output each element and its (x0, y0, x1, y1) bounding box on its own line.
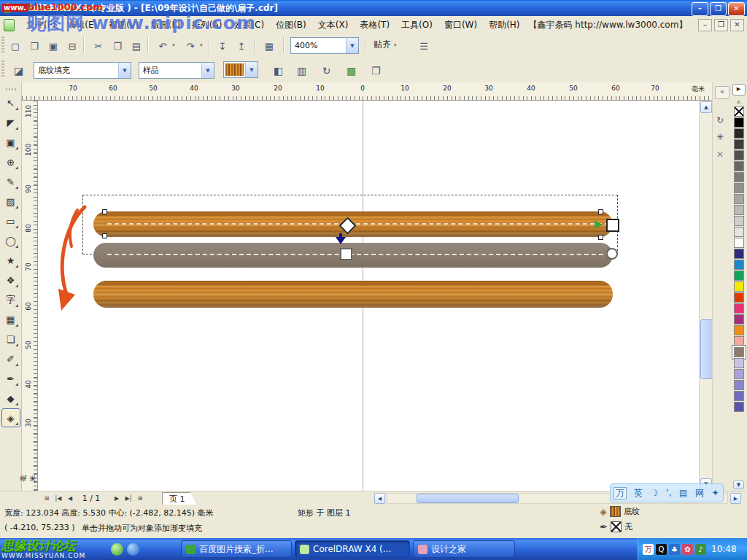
menu-table[interactable]: 表格(T) (354, 17, 395, 34)
rotate-fill-button[interactable]: ↻ (317, 61, 336, 80)
new-button[interactable]: ▢ (6, 36, 25, 55)
redo-button[interactable]: ↷ (181, 36, 200, 55)
export-button[interactable]: ↥ (232, 36, 251, 55)
selection-node[interactable] (598, 235, 603, 240)
tray-ime-icon[interactable]: 万 (643, 544, 654, 555)
fill-properties-icon[interactable]: ◪ (9, 61, 28, 80)
task-shejizhijia[interactable]: 设计之家 (413, 540, 515, 558)
palette-swatch[interactable] (734, 347, 744, 357)
rectangle-tool[interactable]: ▭ (1, 211, 20, 230)
palette-swatch[interactable] (734, 139, 744, 149)
palette-swatch[interactable] (734, 271, 744, 281)
effects-docker-icon[interactable]: ✳ (716, 132, 724, 142)
next-page-button[interactable]: ▶ (111, 493, 123, 504)
add-page-button-2[interactable]: ⊞ (134, 493, 146, 504)
paste-button[interactable]: ▤ (127, 36, 146, 55)
texture-library-combo[interactable]: 样品 ▼ (139, 62, 214, 79)
tray-blue-icon[interactable]: ♣ (669, 544, 680, 555)
tray-pink-icon[interactable]: ✿ (682, 544, 693, 555)
palette-swatch[interactable] (734, 128, 744, 139)
doc-close-button[interactable]: ✕ (730, 19, 744, 31)
texture-swatch-picker[interactable]: ▼ (223, 61, 258, 78)
outline-status-swatch[interactable] (611, 521, 622, 532)
fill-type-combo[interactable]: 底纹填充 ▼ (34, 62, 131, 79)
table-tool[interactable]: ▦ (1, 310, 20, 329)
fill-tiling-button[interactable]: ▥ (292, 61, 311, 80)
hscroll-left-button[interactable]: ◀ (374, 493, 385, 504)
menu-text[interactable]: 文本(X) (312, 17, 355, 34)
palette-swatch[interactable] (734, 380, 744, 390)
task-baidu[interactable]: 百度图片搜索_折... (181, 540, 292, 558)
palette-swatch[interactable] (734, 292, 744, 303)
palette-flyout-button[interactable]: ▶ (732, 84, 746, 96)
texture-library-combo-arrow-icon[interactable]: ▼ (201, 63, 214, 78)
pick-tool[interactable]: ↖ (1, 93, 20, 112)
horizontal-scroll-thumb[interactable] (417, 494, 519, 503)
snap-to-dropdown[interactable]: 贴齐▾ (374, 39, 397, 51)
fill-tool[interactable]: ◆ (1, 389, 20, 408)
print-button[interactable]: ⊟ (63, 36, 82, 55)
drawing-canvas[interactable] (38, 101, 699, 491)
doc-restore-button[interactable]: ❐ (714, 19, 728, 31)
fill-direction-arrow-icon[interactable] (595, 220, 603, 229)
tray-green-icon[interactable]: ♪ (695, 544, 706, 555)
vertical-scrollbar[interactable]: ▲ ▼ (699, 101, 712, 491)
palette-swatch[interactable] (734, 216, 744, 226)
palette-swatch[interactable] (734, 391, 744, 401)
texture-options-button[interactable]: ▩ (341, 61, 361, 80)
selection-node[interactable] (102, 209, 107, 214)
ime-web-icon[interactable]: 网 (694, 487, 705, 499)
palette-swatch[interactable] (734, 369, 744, 379)
fill-end-handle[interactable] (606, 219, 619, 232)
fan-slat-middle-selected[interactable] (93, 243, 613, 268)
selection-node[interactable] (598, 209, 603, 214)
vertical-ruler[interactable]: 11010090807060504030 毫米 (22, 101, 38, 491)
ellipse-tool[interactable]: ◯ (1, 231, 20, 250)
zoom-tool[interactable]: ⊕ (1, 152, 20, 171)
ime-width-icon[interactable]: ☽ (649, 488, 659, 498)
scroll-up-button[interactable]: ▲ (700, 101, 712, 113)
application-launcher-button[interactable]: ▦ (260, 36, 279, 55)
palette-swatch[interactable] (734, 303, 744, 314)
menu-window[interactable]: 窗口(W) (438, 17, 483, 34)
copy-fill-button[interactable]: ❐ (366, 61, 386, 80)
texture-swatch-arrow-icon[interactable]: ▼ (245, 62, 258, 77)
menu-bitmaps[interactable]: 位图(B) (270, 17, 312, 34)
palette-swatch[interactable] (734, 227, 744, 237)
docker-close-icon[interactable]: ✕ (716, 149, 724, 160)
selection-node[interactable] (102, 233, 107, 238)
menu-effects[interactable]: 效果(C) (228, 17, 270, 34)
fill-type-combo-arrow-icon[interactable]: ▼ (118, 63, 131, 78)
edit-fill-button[interactable]: ◧ (268, 61, 288, 80)
shape-tool[interactable]: ◤ (1, 113, 20, 132)
palette-swatch[interactable] (734, 194, 744, 204)
import-button[interactable]: ↧ (213, 36, 232, 55)
close-button[interactable]: ✕ (728, 2, 745, 16)
palette-swatch[interactable] (734, 336, 744, 346)
redo-dropdown-arrow[interactable]: ▾ (200, 42, 203, 48)
crop-tool[interactable]: ▣ (1, 133, 20, 152)
smart-fill-tool[interactable]: ▨ (1, 192, 20, 211)
menu-edit[interactable]: 编辑(E) (61, 17, 103, 34)
palette-swatch[interactable] (734, 150, 744, 160)
task-coreldraw[interactable]: CorelDRAW X4 (... (295, 540, 410, 558)
palette-swatch[interactable] (734, 172, 744, 182)
menu-file[interactable]: 文件(F) (20, 17, 61, 34)
fill-status-swatch[interactable] (610, 506, 621, 517)
palette-swatch[interactable] (734, 358, 744, 368)
palette-scroll-down-button[interactable]: ▼ (733, 481, 744, 489)
minimize-button[interactable]: – (692, 2, 708, 16)
palette-swatch[interactable] (734, 183, 744, 193)
tray-qq-icon[interactable]: Q (656, 544, 667, 555)
doc-minimize-button[interactable]: – (698, 19, 712, 31)
ime-mode-icon[interactable]: 万 (614, 487, 627, 499)
polygon-tool[interactable]: ★ (1, 251, 20, 270)
zoom-combo-arrow-icon[interactable]: ▼ (346, 38, 358, 53)
fill-start-handle[interactable] (340, 248, 352, 260)
palette-swatch[interactable] (734, 260, 744, 270)
quicklaunch-icon-2[interactable] (127, 543, 139, 556)
copy-button[interactable]: ❐ (108, 36, 127, 55)
docker-collapse-button[interactable]: « (715, 86, 729, 99)
menu-help[interactable]: 帮助(H) (483, 17, 525, 34)
palette-swatch[interactable] (734, 314, 744, 324)
